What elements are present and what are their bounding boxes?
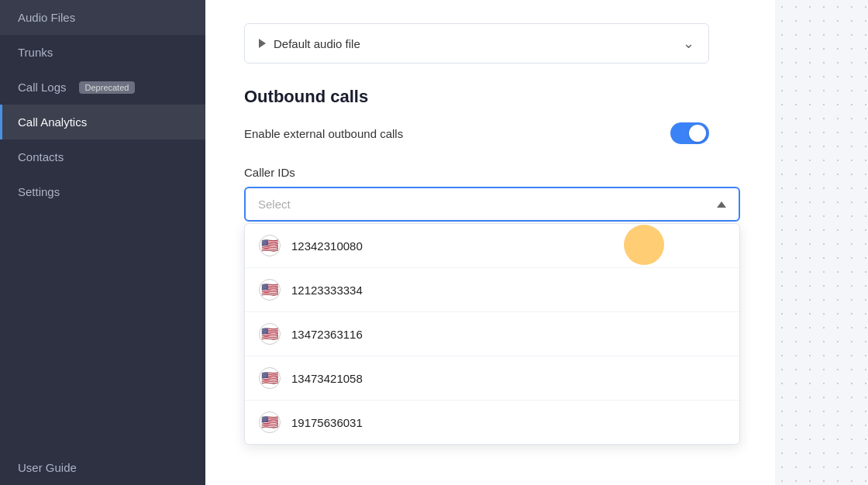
select-placeholder: Select: [258, 198, 291, 211]
phone-number: 12342310080: [291, 239, 363, 253]
chevron-up-icon: [717, 201, 726, 208]
flag-icon: 🇺🇸: [259, 411, 281, 433]
sidebar-item-label: User Guide: [18, 461, 77, 474]
list-item[interactable]: 🇺🇸 12123333334: [245, 268, 739, 312]
sidebar-item-call-logs[interactable]: Call Logs Deprecated: [0, 70, 205, 105]
flag-icon: 🇺🇸: [259, 235, 281, 256]
sidebar-item-contacts[interactable]: Contacts: [0, 139, 205, 174]
caller-ids-field: Caller IDs Select 🇺🇸 12342310080 🇺🇸 1212: [244, 166, 709, 222]
main-content: Default audio file ⌄ Outbound calls Enab…: [205, 0, 775, 485]
right-panel: [775, 0, 868, 485]
sidebar-item-label: Trunks: [18, 46, 53, 59]
caller-id-dropdown: 🇺🇸 12342310080 🇺🇸 12123333334 🇺🇸 1347236…: [244, 223, 740, 445]
list-item[interactable]: 🇺🇸 19175636031: [245, 401, 739, 444]
list-item[interactable]: 🇺🇸 12342310080: [245, 224, 739, 268]
chevron-down-icon: ⌄: [683, 35, 694, 52]
section-title: Outbound calls: [244, 87, 709, 107]
enable-outbound-toggle[interactable]: [670, 122, 709, 144]
audio-file-collapsed-row[interactable]: Default audio file ⌄: [244, 23, 709, 64]
sidebar-item-trunks[interactable]: Trunks: [0, 35, 205, 70]
phone-number: 12123333334: [291, 284, 363, 297]
caller-ids-label: Caller IDs: [244, 166, 709, 179]
caller-id-select[interactable]: Select: [244, 187, 740, 222]
flag-icon: 🇺🇸: [259, 279, 281, 301]
sidebar-item-label: Contacts: [18, 150, 64, 163]
sidebar-item-label: Call Analytics: [18, 115, 87, 129]
phone-number: 13473421058: [291, 372, 363, 385]
phone-number: 19175636031: [291, 416, 363, 429]
sidebar-item-audio-files[interactable]: Audio Files: [0, 0, 205, 35]
sidebar-item-label: Audio Files: [18, 11, 75, 24]
sidebar-item-settings[interactable]: Settings: [0, 174, 205, 209]
deprecated-badge: Deprecated: [79, 81, 136, 94]
sidebar: Audio Files Trunks Call Logs Deprecated …: [0, 0, 205, 485]
sidebar-item-user-guide[interactable]: User Guide: [0, 450, 205, 485]
list-item[interactable]: 🇺🇸 13472363116: [245, 312, 739, 356]
list-item[interactable]: 🇺🇸 13473421058: [245, 356, 739, 401]
select-wrapper: Select 🇺🇸 12342310080 🇺🇸 12123333334 🇺🇸: [244, 187, 740, 222]
flag-icon: 🇺🇸: [259, 323, 281, 345]
flag-icon: 🇺🇸: [259, 367, 281, 389]
phone-number: 13472363116: [291, 328, 363, 341]
expand-icon: [259, 39, 266, 48]
sidebar-item-label: Call Logs: [18, 81, 67, 94]
toggle-track[interactable]: [670, 122, 709, 144]
enable-outbound-label: Enable external outbound calls: [244, 127, 403, 140]
sidebar-item-call-analytics[interactable]: Call Analytics: [0, 105, 205, 139]
collapsed-row-label: Default audio file: [274, 37, 360, 50]
toggle-knob: [689, 125, 706, 142]
outbound-calls-setting-row: Enable external outbound calls: [244, 122, 709, 144]
sidebar-item-label: Settings: [18, 185, 60, 198]
